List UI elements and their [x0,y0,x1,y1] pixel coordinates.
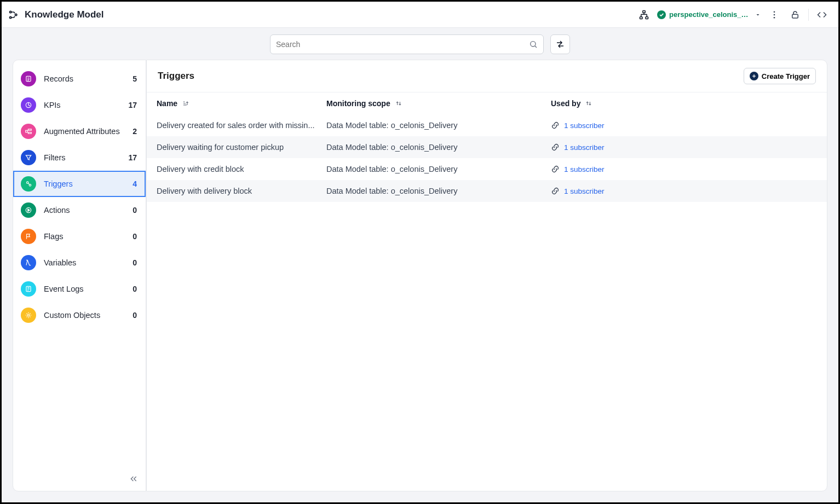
event-logs-icon [21,281,36,297]
sidebar-item-count: 0 [133,258,137,267]
sidebar-item-count: 0 [133,206,137,215]
subscriber-link[interactable]: 1 subscriber [564,143,605,152]
subscriber-link[interactable]: 1 subscriber [564,165,605,173]
cell-scope: Data Model table: o_celonis_Delivery [326,165,551,173]
subscriber-link[interactable]: 1 subscriber [564,121,605,130]
main-title: Triggers [158,71,194,82]
subscriber-link[interactable]: 1 subscriber [564,187,605,195]
cell-name: Delivery created for sales order with mi… [157,121,326,130]
app-header: Knowledge Model perspective_celonis_Orde… [2,2,838,28]
code-view-button[interactable] [814,7,830,22]
sidebar-item-label: KPIs [44,101,61,109]
perspective-label: perspective_celonis_Order... [669,10,751,19]
sidebar-item-count: 17 [128,153,137,162]
sidebar-item-label: Flags [44,232,63,241]
check-circle-icon [657,10,666,19]
cell-name: Delivery with credit block [157,165,326,173]
sidebar-item-label: Records [44,74,73,83]
cell-scope: Data Model table: o_celonis_Delivery [326,187,551,195]
plus-circle-icon [750,72,758,80]
sidebar-item-count: 5 [133,74,137,83]
svg-point-7 [774,14,775,15]
sidebar-item-triggers[interactable]: Triggers 4 [13,171,146,197]
svg-point-2 [15,14,17,15]
augmented-attributes-icon [21,124,36,139]
table-row[interactable]: Delivery with credit block Data Model ta… [147,158,827,180]
cell-usedby: 1 subscriber [551,121,817,130]
filters-icon [21,150,36,165]
sidebar-item-label: Variables [44,258,76,267]
nav-list: Records 5 KPIs 17 Augmented Attributes 2 [13,60,146,334]
table-row[interactable]: Delivery with delivery block Data Model … [147,180,827,202]
search-input[interactable] [276,40,529,49]
table-row[interactable]: Delivery created for sales order with mi… [147,114,827,136]
create-trigger-label: Create Trigger [762,72,810,80]
sidebar-item-augmented-attributes[interactable]: Augmented Attributes 2 [13,118,146,144]
svg-point-10 [531,42,536,47]
hierarchy-icon-button[interactable] [636,7,652,22]
sidebar-item-custom-objects[interactable]: Custom Objects 0 [13,302,146,328]
column-header-label: Used by [551,99,580,108]
main-header: Triggers Create Trigger [147,60,827,92]
sidebar-item-actions[interactable]: Actions 0 [13,197,146,223]
column-header-usedby[interactable]: Used by [551,99,817,108]
svg-point-6 [774,11,775,13]
sort-icon [395,100,402,107]
page-title: Knowledge Model [25,9,104,20]
header-divider [808,9,809,21]
collapse-sidebar-button[interactable] [127,472,140,485]
sort-icon [585,100,592,107]
svg-point-1 [10,16,11,18]
table-row[interactable]: Delivery waiting for customer pickup Dat… [147,136,827,158]
transform-button[interactable] [550,34,570,54]
svg-rect-3 [643,10,646,13]
svg-rect-13 [26,130,28,132]
sidebar-item-variables[interactable]: Variables 0 [13,250,146,276]
flags-icon [21,229,36,244]
cell-scope: Data Model table: o_celonis_Delivery [326,121,551,130]
link-icon [551,121,560,130]
sidebar-item-label: Actions [44,206,70,215]
lock-open-icon-button[interactable] [787,7,803,22]
create-trigger-button[interactable]: Create Trigger [744,68,816,84]
cell-name: Delivery with delivery block [157,187,326,195]
svg-rect-14 [28,129,31,130]
svg-rect-9 [792,14,798,18]
column-header-label: Name [157,99,177,108]
sidebar-item-event-logs[interactable]: Event Logs 0 [13,276,146,302]
sidebar-item-flags[interactable]: Flags 0 [13,223,146,250]
sidebar-item-label: Filters [44,153,65,162]
cell-name: Delivery waiting for customer pickup [157,143,326,152]
sidebar-item-count: 4 [133,179,137,188]
body: Records 5 KPIs 17 Augmented Attributes 2 [2,60,838,502]
column-header-scope[interactable]: Monitoring scope [326,99,551,108]
svg-rect-4 [640,16,643,19]
header-left: Knowledge Model [8,9,104,20]
sidebar-item-label: Augmented Attributes [44,127,120,136]
table-header-row: Name Monitoring scope Used by [147,92,827,114]
svg-point-20 [27,314,30,316]
sidebar-item-count: 17 [128,101,137,109]
cell-usedby: 1 subscriber [551,143,817,152]
search-input-wrap[interactable] [270,34,544,54]
variables-icon [21,255,36,270]
sidebar-item-count: 0 [133,285,137,293]
svg-point-0 [10,11,11,13]
cell-scope: Data Model table: o_celonis_Delivery [326,143,551,152]
actions-icon [21,202,36,218]
sidebar-item-filters[interactable]: Filters 17 [13,144,146,171]
column-header-label: Monitoring scope [326,99,390,108]
sort-asc-icon [182,100,189,107]
column-header-name[interactable]: Name [157,99,326,108]
search-icon [529,40,538,49]
search-row [2,28,838,60]
perspective-selector[interactable]: perspective_celonis_Order... [657,10,761,19]
sidebar-item-records[interactable]: Records 5 [13,66,146,92]
cell-usedby: 1 subscriber [551,165,817,173]
sidebar-item-kpis[interactable]: KPIs 17 [13,92,146,118]
sidebar: Records 5 KPIs 17 Augmented Attributes 2 [13,60,146,491]
header-right: perspective_celonis_Order... [636,7,830,22]
cell-usedby: 1 subscriber [551,187,817,195]
svg-point-8 [774,16,775,18]
more-menu-button[interactable] [767,7,782,22]
